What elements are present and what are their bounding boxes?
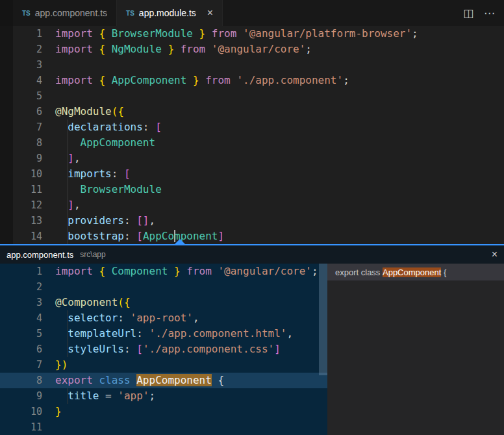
code-line[interactable]: 1import { BrowserModule } from '@angular… — [0, 26, 504, 42]
code-token — [55, 121, 68, 133]
code-line[interactable]: 11 — [0, 419, 327, 435]
code-token: ; — [412, 27, 418, 40]
split-editor-icon[interactable]: ◫ — [463, 6, 473, 20]
code-line[interactable]: 2import { NgModule } from '@angular/core… — [0, 42, 504, 57]
tab-app-module-ts[interactable]: TS app.module.ts × — [117, 0, 223, 26]
code-line[interactable]: 6 styleUrls: ['./app.component.css'] — [0, 342, 327, 357]
line-number: 6 — [0, 104, 42, 119]
code-token — [55, 312, 68, 324]
typescript-file-icon: TS — [22, 10, 31, 17]
code-token: @NgModule — [55, 105, 112, 118]
code-text — [42, 57, 55, 73]
editor-app-module[interactable]: 1import { BrowserModule } from '@angular… — [0, 26, 504, 244]
code-token: { — [99, 27, 111, 40]
code-token: title — [68, 390, 99, 402]
code-text — [42, 88, 55, 104]
code-token: ] — [68, 152, 74, 164]
code-text: AppComponent — [42, 135, 155, 151]
code-token: [ — [124, 168, 131, 180]
line-number: 4 — [0, 73, 42, 88]
code-token: , — [74, 199, 81, 211]
code-token: from — [205, 74, 236, 86]
code-line[interactable]: 8export class AppComponent { — [0, 373, 327, 388]
match-highlight: AppComponent — [136, 374, 212, 386]
indent-guide — [68, 119, 68, 244]
code-line[interactable]: 10} — [0, 404, 327, 419]
peek-editor[interactable]: 1import { Component } from '@angular/cor… — [0, 264, 327, 435]
peek-title: app.component.ts — [6, 250, 73, 260]
code-token — [55, 343, 68, 355]
line-number: 11 — [0, 182, 42, 197]
code-token: ; — [149, 390, 156, 402]
result-text: { — [441, 267, 446, 277]
line-number: 4 — [0, 310, 42, 326]
peek-results-list: export class AppComponent { — [327, 264, 504, 435]
code-token: ({ — [112, 105, 124, 118]
result-match-highlight: AppComponent — [383, 267, 441, 277]
code-line[interactable]: 5 templateUrl: './app.component.html', — [0, 326, 327, 342]
code-token: = — [99, 390, 118, 402]
code-token: './app.component' — [236, 74, 343, 86]
line-number: 11 — [0, 419, 42, 435]
code-token: import — [55, 43, 99, 55]
tab-bar-left-spacer — [0, 0, 13, 26]
code-line[interactable]: 10 imports: [ — [0, 166, 504, 182]
peek-header[interactable]: app.component.ts src\app × — [0, 245, 504, 264]
line-number: 7 — [0, 119, 42, 135]
code-token — [55, 152, 68, 164]
close-tab-icon[interactable]: × — [207, 8, 213, 18]
code-text: ], — [42, 197, 81, 213]
code-text: declarations: [ — [42, 119, 162, 135]
peek-close-icon[interactable]: × — [492, 249, 498, 260]
more-actions-icon[interactable]: ⋯ — [484, 6, 495, 20]
code-token — [55, 214, 68, 227]
code-line[interactable]: 12 ], — [0, 197, 504, 213]
code-line[interactable]: 3@Component({ — [0, 295, 327, 310]
code-token: import — [55, 265, 99, 277]
code-token: '@angular/core' — [212, 43, 306, 55]
code-line[interactable]: 11 BrowserModule — [0, 182, 504, 197]
code-token: Component — [112, 265, 174, 277]
code-text: ], — [42, 151, 81, 166]
code-line[interactable]: 1import { Component } from '@angular/cor… — [0, 264, 327, 279]
line-number: 3 — [0, 295, 42, 310]
code-line[interactable]: 3 — [0, 57, 504, 73]
code-token: : — [124, 214, 136, 227]
code-text: imports: [ — [42, 166, 131, 182]
code-line[interactable]: 7}) — [0, 357, 327, 373]
code-line[interactable]: 5 — [0, 88, 504, 104]
code-line[interactable]: 2 — [0, 279, 327, 295]
peek-definition-view: app.component.ts src\app × 1import { Com… — [0, 244, 504, 435]
code-token — [55, 168, 68, 180]
line-number: 2 — [0, 279, 42, 295]
code-line[interactable]: 14 bootstrap: [AppComponent] — [0, 229, 504, 244]
code-line[interactable]: 4import { AppComponent } from './app.com… — [0, 73, 504, 88]
code-line[interactable]: 7 declarations: [ — [0, 119, 504, 135]
code-token: '@angular/platform-browser' — [243, 27, 412, 40]
peek-result-item[interactable]: export class AppComponent { — [327, 264, 504, 280]
code-token: templateUrl — [68, 327, 136, 340]
code-token: } — [199, 27, 212, 40]
tab-label: app.module.ts — [139, 8, 196, 18]
code-token: ({ — [118, 296, 130, 308]
code-text: @Component({ — [42, 295, 131, 310]
peek-scrollbar[interactable] — [319, 264, 327, 375]
line-number: 1 — [0, 26, 42, 42]
code-text — [42, 279, 55, 295]
editor-actions: ◫ ⋯ — [463, 0, 504, 26]
code-token: from — [186, 265, 218, 277]
code-line[interactable]: 9 ], — [0, 151, 504, 166]
code-line[interactable]: 6@NgModule({ — [0, 104, 504, 119]
line-number: 9 — [0, 151, 42, 166]
code-line[interactable]: 9 title = 'app'; — [0, 388, 327, 404]
code-token: }) — [55, 358, 68, 371]
code-text: providers: [], — [42, 213, 155, 229]
code-token: : — [143, 121, 155, 133]
code-token — [55, 230, 68, 242]
code-text: styleUrls: ['./app.component.css'] — [42, 342, 281, 357]
code-line[interactable]: 8 AppComponent — [0, 135, 504, 151]
code-token: './app.component.css' — [143, 343, 274, 355]
tab-app-component-ts[interactable]: TS app.component.ts — [13, 0, 117, 26]
code-line[interactable]: 4 selector: 'app-root', — [0, 310, 327, 326]
code-line[interactable]: 13 providers: [], — [0, 213, 504, 229]
